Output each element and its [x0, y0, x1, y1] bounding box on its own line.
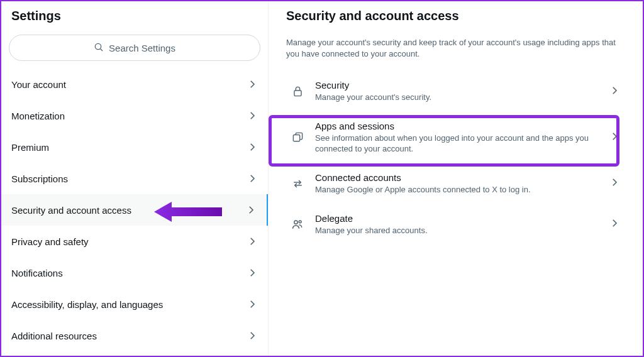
chevron-right-icon [247, 299, 258, 310]
chevron-right-icon [245, 204, 257, 216]
chevron-right-icon [247, 330, 258, 341]
sidebar-item-additional-resources[interactable]: Additional resources [1, 320, 268, 351]
sidebar-item-label: Accessibility, display, and languages [11, 299, 163, 310]
option-desc: Manage Google or Apple accounts connecte… [315, 184, 597, 195]
svg-point-0 [95, 43, 101, 49]
option-title: Delegate [315, 213, 597, 225]
sidebar-item-label: Additional resources [11, 331, 97, 341]
sidebar-item-label: Notifications [11, 268, 63, 278]
search-settings-input[interactable]: Search Settings [9, 35, 260, 61]
option-apps-and-sessions[interactable]: Apps and sessions See information about … [286, 112, 625, 163]
sidebar-item-privacy-and-safety[interactable]: Privacy and safety [1, 226, 268, 257]
sidebar-item-accessibility-display-languages[interactable]: Accessibility, display, and languages [1, 288, 268, 320]
sidebar-item-label: Your account [11, 79, 66, 90]
apps-icon [291, 131, 304, 143]
search-placeholder: Search Settings [109, 43, 175, 53]
option-desc: Manage your account's security. [315, 92, 597, 103]
svg-rect-3 [293, 135, 299, 141]
search-wrapper: Search Settings [1, 30, 268, 69]
sidebar-item-notifications[interactable]: Notifications [1, 257, 268, 288]
option-title: Connected accounts [315, 172, 597, 184]
chevron-right-icon [247, 110, 258, 121]
option-title: Apps and sessions [315, 121, 597, 133]
sidebar-item-label: Security and account access [11, 205, 131, 216]
svg-line-1 [101, 48, 103, 50]
svg-point-4 [294, 221, 297, 224]
chevron-right-icon [609, 85, 620, 99]
chevron-right-icon [609, 131, 620, 145]
chevron-right-icon [247, 236, 258, 247]
sidebar-item-security-and-account-access[interactable]: Security and account access [1, 194, 268, 226]
option-connected-accounts[interactable]: Connected accounts Manage Google or Appl… [286, 163, 625, 204]
sidebar-item-label: Premium [11, 142, 49, 153]
sidebar-item-premium[interactable]: Premium [1, 131, 268, 163]
people-icon [291, 218, 304, 231]
main-title: Security and account access [286, 9, 625, 31]
swap-arrows-icon [291, 178, 304, 190]
sidebar-item-label: Subscriptions [11, 173, 68, 184]
chevron-right-icon [609, 177, 620, 190]
chevron-right-icon [609, 217, 620, 231]
sidebar-item-subscriptions[interactable]: Subscriptions [1, 163, 268, 194]
option-desc: Manage your shared accounts. [315, 225, 597, 236]
search-icon [94, 42, 104, 54]
sidebar-item-label: Monetization [11, 111, 65, 121]
settings-sidebar: Settings Search Settings Your account Mo… [1, 1, 269, 356]
settings-title: Settings [1, 9, 268, 30]
sidebar-item-monetization[interactable]: Monetization [1, 100, 268, 131]
option-security[interactable]: Security Manage your account's security. [286, 71, 625, 112]
chevron-right-icon [247, 141, 258, 153]
svg-rect-2 [294, 91, 301, 96]
sidebar-item-your-account[interactable]: Your account [1, 69, 268, 100]
option-body: Apps and sessions See information about … [315, 121, 597, 155]
option-desc: See information about when you logged in… [315, 133, 597, 155]
chevron-right-icon [247, 79, 258, 90]
lock-icon [291, 85, 304, 97]
chevron-right-icon [247, 173, 258, 184]
option-body: Security Manage your account's security. [315, 80, 597, 103]
main-panel: Security and account access Manage your … [269, 1, 643, 356]
option-body: Connected accounts Manage Google or Appl… [315, 172, 597, 195]
option-delegate[interactable]: Delegate Manage your shared accounts. [286, 204, 625, 245]
option-body: Delegate Manage your shared accounts. [315, 213, 597, 236]
chevron-right-icon [247, 267, 258, 278]
sidebar-item-label: Privacy and safety [11, 236, 89, 247]
main-description: Manage your account's security and keep … [286, 31, 625, 71]
option-title: Security [315, 80, 597, 92]
svg-point-5 [299, 221, 301, 223]
